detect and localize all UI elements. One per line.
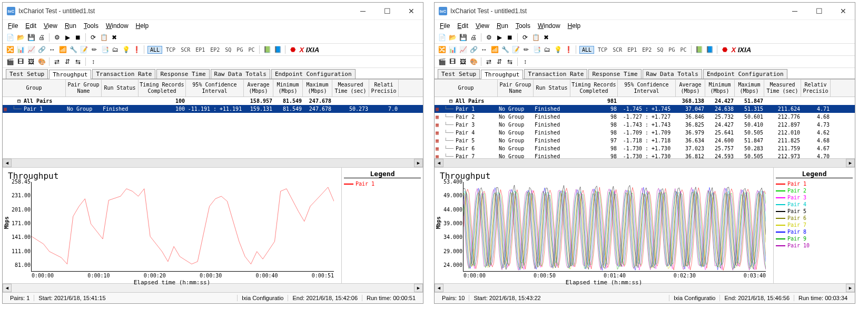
tb2-icon-2[interactable]: 📈 <box>27 45 35 54</box>
col-header[interactable]: Minimum(Mbps) <box>705 80 735 97</box>
tb-extra1-icon[interactable]: 📗 <box>263 45 271 54</box>
mode-ep1-button[interactable]: EP1 <box>194 46 206 53</box>
menu-run[interactable]: Run <box>65 22 76 30</box>
tb3-icon-2[interactable]: 🖼 <box>27 57 35 66</box>
mode-tcp-button[interactable]: TCP <box>164 46 177 53</box>
table-row[interactable]: └──Pair 3 No Group Finished 98 -1.743 : … <box>435 121 855 129</box>
menu-edit[interactable]: Edit <box>25 22 36 30</box>
tb2-icon-10[interactable]: 🗂 <box>111 45 120 54</box>
tb2-icon-11[interactable]: 💡 <box>122 45 130 54</box>
tab-response-time[interactable]: Response Time <box>156 69 209 79</box>
table-row[interactable]: └──Pair 1 No Group Finished 98 -1.745 : … <box>435 105 855 113</box>
tab-throughput[interactable]: Throughput <box>49 70 91 79</box>
minimize-button[interactable]: ─ <box>787 6 802 16</box>
col-header[interactable]: RelativPrecisio <box>801 80 831 97</box>
tb2-icon-9[interactable]: 📑 <box>101 45 109 54</box>
col-header[interactable]: Run Status <box>534 80 570 97</box>
col-header[interactable]: Group <box>435 80 498 97</box>
print-icon[interactable]: 🖨 <box>469 33 478 42</box>
tb2-icon-1[interactable]: 📊 <box>16 45 25 54</box>
open-icon[interactable]: 📂 <box>448 33 457 42</box>
tab-transaction-rate[interactable]: Transaction Rate <box>92 69 155 79</box>
mode-ep2-button[interactable]: EP2 <box>209 46 221 53</box>
tb2-icon-11[interactable]: 💡 <box>554 45 562 54</box>
mode-ep1-button[interactable]: EP1 <box>626 46 638 53</box>
save-icon[interactable]: 💾 <box>27 33 35 42</box>
tb2-icon-4[interactable]: ↔ <box>48 45 56 54</box>
tb2-icon-3[interactable]: 🔗 <box>469 45 478 54</box>
mode-all-button[interactable]: ALL <box>147 46 162 54</box>
col-header[interactable]: Pair GroupName <box>498 80 534 97</box>
tab-transaction-rate[interactable]: Transaction Rate <box>524 69 587 79</box>
col-header[interactable]: Timing RecordsCompleted <box>139 80 186 97</box>
copy-icon[interactable]: 📋 <box>100 33 108 42</box>
tb-extra2-icon[interactable]: 📘 <box>705 45 714 54</box>
menu-view[interactable]: View <box>476 22 489 30</box>
tab-response-time[interactable]: Response Time <box>588 69 641 79</box>
tb2-icon-0[interactable]: 🔀 <box>6 45 14 54</box>
print-icon[interactable]: 🖨 <box>37 33 46 42</box>
table-row[interactable]: └──Pair 4 No Group Finished 98 -1.709 : … <box>435 129 855 137</box>
tb3-icon-9[interactable]: ↕ <box>521 57 529 66</box>
mode-ep2-button[interactable]: EP2 <box>640 46 653 53</box>
menu-window[interactable]: Window <box>538 22 560 30</box>
stop-icon[interactable]: ⏹ <box>74 33 82 42</box>
tb2-icon-6[interactable]: 🔧 <box>69 45 77 54</box>
tb2-icon-5[interactable]: 📶 <box>58 45 67 54</box>
tb2-icon-2[interactable]: 📈 <box>459 45 467 54</box>
col-header[interactable]: MeasuredTime (sec) <box>332 80 369 97</box>
menu-window[interactable]: Window <box>106 22 129 30</box>
refresh-icon[interactable]: ⟳ <box>89 33 97 42</box>
tab-endpoint-configuration[interactable]: Endpoint Configuration <box>271 69 356 79</box>
tb3-icon-3[interactable]: 🎨 <box>37 57 46 66</box>
scroll-right-icon[interactable]: ► <box>414 159 423 167</box>
tb3-icon-5[interactable]: ⇄ <box>485 57 493 66</box>
tb-extra1-icon[interactable]: 📗 <box>695 45 703 54</box>
tb3-icon-1[interactable]: 🎞 <box>16 57 25 66</box>
delete-icon[interactable]: ✖ <box>542 33 550 42</box>
run-icon[interactable]: ▶ <box>63 33 72 42</box>
grid-body[interactable]: ⊟ All Pairs 100 158.957 81.549 247.678 └… <box>3 97 423 158</box>
tb2-icon-8[interactable]: ✏ <box>522 45 530 54</box>
h-scrollbar[interactable]: ◄ ► <box>435 158 855 167</box>
tb2-icon-8[interactable]: ✏ <box>90 45 98 54</box>
allpairs-row[interactable]: ⊟ All Pairs 981 368.138 24.427 51.847 <box>435 97 855 105</box>
col-header[interactable]: Average(Mbps) <box>244 80 273 97</box>
mode-tcp-button[interactable]: TCP <box>596 46 609 53</box>
tb3-icon-1[interactable]: 🎞 <box>448 57 457 66</box>
maximize-button[interactable]: ☐ <box>380 6 394 16</box>
mode-scr-button[interactable]: SCR <box>611 46 624 53</box>
close-button[interactable]: ✕ <box>404 6 419 16</box>
menu-help[interactable]: Help <box>136 22 149 30</box>
delete-icon[interactable]: ✖ <box>110 33 119 42</box>
col-header[interactable]: 95% ConfidenceInterval <box>618 80 676 97</box>
mode-sq-button[interactable]: SQ <box>655 46 665 53</box>
menu-edit[interactable]: Edit <box>457 22 468 30</box>
menu-file[interactable]: File <box>440 22 450 30</box>
tb3-icon-2[interactable]: 🖼 <box>459 57 467 66</box>
save-icon[interactable]: 💾 <box>459 33 467 42</box>
tb3-icon-7[interactable]: ⇆ <box>74 57 82 66</box>
mode-pc-button[interactable]: PC <box>678 46 688 53</box>
col-header[interactable]: Minimum(Mbps) <box>273 80 303 97</box>
mode-pg-button[interactable]: PG <box>235 46 244 53</box>
scroll-left-icon[interactable]: ◄ <box>435 159 443 167</box>
scroll-left-icon[interactable]: ◄ <box>3 159 12 167</box>
h-scrollbar[interactable]: ◄ ► <box>3 158 423 167</box>
col-header[interactable]: Run Status <box>102 80 139 97</box>
col-header[interactable]: Maximum(Mbps) <box>735 80 764 97</box>
menu-file[interactable]: File <box>8 22 18 30</box>
tb3-icon-0[interactable]: 🎬 <box>6 57 14 66</box>
mode-pc-button[interactable]: PC <box>246 46 256 53</box>
chart-scroll-right-icon[interactable]: ► <box>414 284 423 292</box>
mode-all-button[interactable]: ALL <box>579 46 594 54</box>
stop-red-icon[interactable]: ⬣ <box>289 45 297 54</box>
table-row[interactable]: └──Pair 6 No Group Finished 98 -1.730 : … <box>435 145 855 152</box>
copy-icon[interactable]: 📋 <box>531 33 540 42</box>
menu-view[interactable]: View <box>44 22 57 30</box>
tb2-icon-1[interactable]: 📊 <box>448 45 457 54</box>
stop-icon[interactable]: ⏹ <box>506 33 514 42</box>
settings-icon[interactable]: ⚙ <box>485 33 493 42</box>
run-icon[interactable]: ▶ <box>495 33 504 42</box>
menu-help[interactable]: Help <box>568 22 581 30</box>
